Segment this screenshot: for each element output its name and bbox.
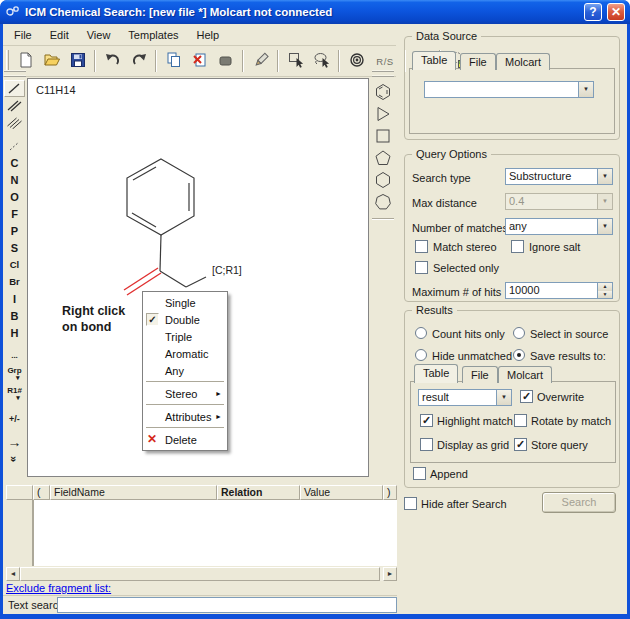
atom-query-label[interactable]: [C;R1]: [212, 264, 242, 276]
element-s-button[interactable]: S: [4, 239, 25, 256]
append-checkbox[interactable]: [413, 467, 426, 480]
hide-after-search-checkbox[interactable]: [404, 497, 417, 510]
hexagon-ring-button[interactable]: [372, 169, 394, 191]
menu-templates[interactable]: Templates: [120, 27, 186, 45]
pentagon-ring-button[interactable]: [372, 147, 394, 169]
menu-item-attributes[interactable]: Attributes►: [144, 408, 226, 425]
menu-edit[interactable]: Edit: [42, 27, 77, 45]
element-i-button[interactable]: I: [4, 290, 25, 307]
data-source-tab-table[interactable]: Table: [412, 51, 456, 70]
highlight-match-checkbox[interactable]: ✓: [420, 414, 433, 427]
menu-help[interactable]: Help: [189, 27, 228, 45]
delete-fragment-button[interactable]: [187, 48, 212, 74]
rect-select-button[interactable]: [283, 48, 308, 74]
charge-button[interactable]: +/-: [4, 410, 25, 427]
element-p-button[interactable]: P: [4, 222, 25, 239]
more-elements-button[interactable]: ...: [4, 347, 25, 364]
triple-bond-tool[interactable]: [4, 114, 25, 131]
reaction-arrow-button[interactable]: →: [4, 433, 25, 450]
count-hits-only-radio[interactable]: [415, 327, 427, 339]
table-horizontal-scrollbar[interactable]: ◄ ►: [6, 567, 397, 581]
new-file-icon: [17, 51, 35, 71]
results-tab-file[interactable]: File: [462, 366, 498, 383]
menu-view[interactable]: View: [79, 27, 119, 45]
copy-button[interactable]: [161, 48, 186, 74]
spin-down-icon[interactable]: ▼: [598, 291, 612, 299]
select-in-source-radio[interactable]: [513, 327, 525, 339]
element-b-button[interactable]: B: [4, 307, 25, 324]
dropdown-arrow-icon[interactable]: ▼: [597, 219, 612, 234]
source-table-combobox[interactable]: ▼: [424, 81, 594, 98]
undo-button[interactable]: [100, 48, 125, 74]
triangle-ring-button[interactable]: [372, 103, 394, 125]
selected-only-checkbox[interactable]: [415, 261, 428, 274]
result-table-combobox[interactable]: result ▼: [418, 389, 512, 406]
rgroup-dropdown-button[interactable]: R1#▾: [4, 384, 25, 404]
exclude-fragment-link[interactable]: Exclude fragment list:: [6, 582, 111, 594]
match-stereo-checkbox[interactable]: [415, 240, 428, 253]
left-toolbar-grip[interactable]: [4, 70, 26, 77]
double-bond-tool[interactable]: [4, 97, 25, 114]
toolbar-grip[interactable]: [6, 50, 9, 72]
title-bar[interactable]: ICM Chemical Search: [new file *] Molcar…: [0, 0, 630, 24]
text-search-input[interactable]: [57, 597, 397, 613]
square-ring-button[interactable]: [372, 125, 394, 147]
pencil-button[interactable]: [248, 48, 273, 74]
results-tab-table[interactable]: Table: [414, 364, 458, 383]
rotate-by-match-checkbox[interactable]: [514, 414, 527, 427]
element-o-button[interactable]: O: [4, 188, 25, 205]
menu-file[interactable]: File: [6, 27, 40, 45]
menu-item-triple[interactable]: Triple: [144, 328, 226, 345]
ignore-salt-checkbox[interactable]: [511, 240, 524, 253]
dropdown-arrow-icon[interactable]: ▼: [578, 82, 593, 97]
scroll-right-icon[interactable]: ►: [383, 567, 397, 581]
stereo-center-button[interactable]: [344, 48, 369, 74]
element-f-button[interactable]: F: [4, 205, 25, 222]
element-h-button[interactable]: H: [4, 324, 25, 341]
element-br-button[interactable]: Br: [4, 273, 25, 290]
save-file-button[interactable]: [65, 48, 90, 74]
group-dropdown-button[interactable]: Grp▾: [4, 364, 25, 384]
menu-item-aromatic[interactable]: Aromatic: [144, 345, 226, 362]
search-button[interactable]: Search: [542, 492, 616, 513]
delete-icon: ✕: [147, 432, 157, 446]
scroll-left-icon[interactable]: ◄: [6, 567, 20, 581]
max-distance-combobox: 0.4 ▼: [505, 193, 613, 210]
overwrite-checkbox[interactable]: ✓: [520, 390, 533, 403]
single-bond-tool[interactable]: [4, 80, 25, 97]
search-type-combobox[interactable]: Substructure ▼: [505, 168, 613, 185]
menu-item-any[interactable]: Any: [144, 362, 226, 379]
scrollbar-thumb[interactable]: [20, 567, 380, 581]
menu-item-stereo[interactable]: Stereo►: [144, 385, 226, 402]
query-bond-tool[interactable]: [4, 137, 25, 154]
benzene-ring-button[interactable]: [372, 81, 394, 103]
shape-toolbar-grip[interactable]: [372, 70, 394, 77]
display-as-grid-checkbox[interactable]: [420, 438, 433, 451]
store-query-checkbox[interactable]: ✓: [514, 438, 527, 451]
expand-toolbar-button[interactable]: »: [4, 450, 25, 467]
dropdown-arrow-icon[interactable]: ▼: [597, 169, 612, 184]
menu-item-single[interactable]: Single: [144, 294, 226, 311]
field-table-body[interactable]: [33, 500, 397, 566]
element-n-button[interactable]: N: [4, 171, 25, 188]
menu-item-delete[interactable]: ✕Delete: [144, 431, 226, 448]
eraser-button[interactable]: [213, 48, 238, 74]
open-file-button[interactable]: [39, 48, 64, 74]
element-cl-button[interactable]: Cl: [4, 256, 25, 273]
dropdown-arrow-icon[interactable]: ▼: [496, 390, 511, 405]
spin-up-icon[interactable]: ▲: [598, 283, 612, 291]
close-button[interactable]: ✕: [607, 3, 625, 21]
lasso-select-button[interactable]: [309, 48, 334, 74]
data-source-tab-file[interactable]: File: [460, 53, 496, 70]
hide-unmatched-radio[interactable]: [415, 349, 427, 361]
menu-item-double[interactable]: ✓Double: [144, 311, 226, 328]
number-of-matches-combobox[interactable]: any ▼: [505, 218, 613, 235]
redo-button[interactable]: [126, 48, 151, 74]
save-results-to-radio[interactable]: [513, 349, 525, 361]
maximum-hits-spinner[interactable]: 10000 ▲▼: [505, 282, 613, 299]
element-c-button[interactable]: C: [4, 154, 25, 171]
heptagon-ring-button[interactable]: [372, 191, 394, 213]
data-source-tab-molcart[interactable]: Molcart: [496, 53, 550, 70]
results-tab-molcart[interactable]: Molcart: [498, 366, 552, 383]
help-button[interactable]: ?: [584, 3, 602, 21]
